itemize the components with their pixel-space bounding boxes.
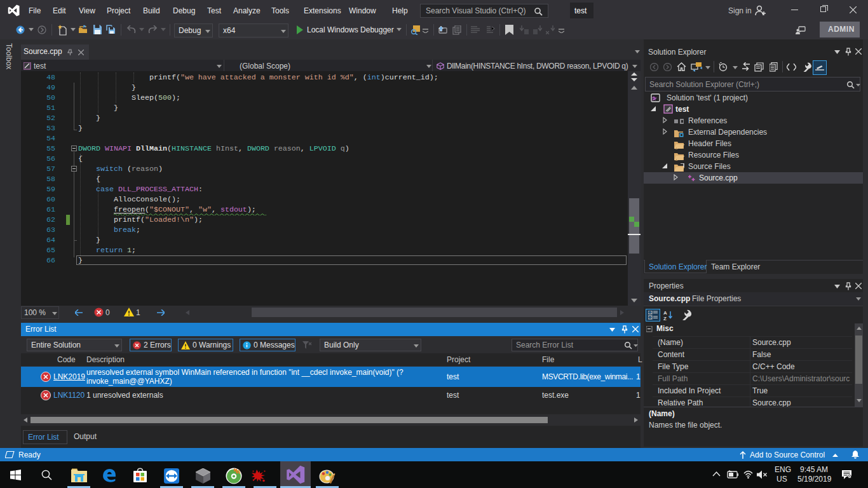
svg-text:A: A	[663, 310, 667, 316]
svg-text:Z: Z	[663, 316, 667, 320]
